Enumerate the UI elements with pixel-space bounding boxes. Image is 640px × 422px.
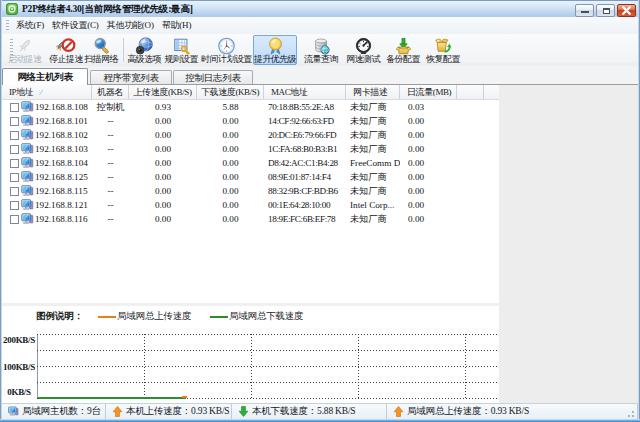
app-logo-icon [6, 3, 18, 15]
toolbar-button-clock[interactable]: 时间计划设置 [199, 35, 254, 65]
mac-text: 00:1E:64:28:10:00 [268, 200, 330, 210]
cell-ip: 192.168.8.104 [2, 156, 92, 170]
vendor-text: 未知厂商 [350, 186, 387, 196]
table-row[interactable]: 192.168.8.116--0.000.0018:9E:FC:6B:EF:78… [2, 212, 499, 226]
upload-text: 0.00 [155, 200, 171, 210]
tab-bar: 网络主机列表程序带宽列表控制日志列表 [2, 66, 638, 84]
column-header-download[interactable]: 下载速度(KB/S) [197, 85, 264, 99]
orange-line-swatch [98, 316, 116, 318]
toolbar-button-medal[interactable]: 提升优先级 [253, 35, 297, 65]
download-text: 0.00 [222, 186, 238, 196]
menu-gripper-handle[interactable] [6, 20, 9, 31]
cell-download: 0.00 [197, 198, 264, 212]
cell-download: 0.00 [197, 142, 264, 156]
gridline-150 [37, 350, 498, 351]
cell-traffic: 0.00 [400, 142, 457, 156]
maximize-button[interactable] [596, 4, 615, 17]
table-row[interactable]: 192.168.8.103--0.000.001C:FA:68:B0:B3:B1… [2, 142, 499, 156]
toolbar-button-label: 扫描网络 [84, 55, 118, 64]
row-checkbox[interactable] [10, 173, 19, 182]
computer-icon [21, 129, 34, 141]
toolbar-button-label: 备份配置 [386, 55, 420, 64]
toolbar: 启动提速停止提速扫描网络高级选项规则设置时间计划设置提升优先级流量查询网速测试备… [2, 34, 638, 66]
cell-name: -- [92, 142, 129, 156]
table-row[interactable]: 192.168.8.115--0.000.0088:32:9B:CF:BD:B6… [2, 184, 499, 198]
mac-text: 08:9E:01:87:14:F4 [268, 172, 331, 182]
cell-vendor: 未知厂商 [346, 142, 400, 156]
download-text: 0.00 [222, 172, 238, 182]
computer-icon [21, 199, 34, 211]
toolbar-button-rocketstop[interactable]: 停止提速 [46, 35, 86, 65]
download-text: 0.00 [222, 130, 238, 140]
toolbar-button-globecamera[interactable]: 高级选项 [126, 35, 162, 65]
column-header-traffic[interactable]: 日流量(MB) [400, 85, 457, 99]
ip-cell-content: 192.168.8.116 [2, 212, 92, 226]
cell-ip: 192.168.8.115 [2, 184, 92, 198]
tab-1[interactable]: 网络主机列表 [2, 68, 88, 85]
traffic-text: 0.03 [408, 102, 424, 112]
column-header-vendor[interactable]: 网卡描述 [346, 85, 400, 99]
download-text: 5.88 [222, 102, 238, 112]
tab-3[interactable]: 控制日志列表 [173, 70, 253, 84]
cell-upload: 0.00 [129, 156, 197, 170]
table-row[interactable]: 192.168.8.121--0.000.0000:1E:64:28:10:00… [2, 198, 499, 212]
table-body: 192.168.8.108控制机0.935.8870:18:8B:55:2E:A… [2, 100, 499, 226]
cell-mac: 18:9E:FC:6B:EF:78 [264, 212, 346, 226]
table-row[interactable]: 192.168.8.102--0.000.0020:DC:E6:79:66:FD… [2, 128, 499, 142]
speedometer-icon [353, 37, 374, 55]
row-checkbox[interactable] [10, 215, 19, 224]
row-checkbox[interactable] [10, 159, 19, 168]
ip-text: 192.168.8.102 [35, 128, 88, 142]
table-row[interactable]: 192.168.8.101--0.000.0014:CF:92:66:63:FD… [2, 114, 499, 128]
name-text: -- [107, 158, 113, 168]
mac-text: 1C:FA:68:B0:B3:B1 [268, 144, 337, 154]
row-checkbox[interactable] [10, 131, 19, 140]
cell-mac: 20:DC:E6:79:66:FD [264, 128, 346, 142]
green-line-swatch [210, 316, 228, 318]
resize-grip-handle[interactable] [625, 408, 635, 418]
column-header-label: 日流量(MB) [407, 87, 451, 97]
app-window: P2P终结者4.30[当前网络管理优先级:最高] 系统(F)软件设置(C)其他功… [0, 0, 640, 422]
toolbar-button-restorebox[interactable]: 恢复配置 [423, 35, 463, 65]
tab-2[interactable]: 程序带宽列表 [90, 70, 172, 84]
row-checkbox[interactable] [10, 187, 19, 196]
ip-text: 192.168.8.121 [35, 198, 88, 212]
toolbar-button-speedometer[interactable]: 网速测试 [343, 35, 383, 65]
upload-text: 0.00 [155, 116, 171, 126]
toolbar-button-rocket[interactable]: 启动提速 [3, 35, 46, 65]
menu-item-1[interactable]: 系统(F) [13, 18, 47, 33]
column-header-mac[interactable]: MAC地址 [264, 85, 346, 99]
toolbar-button-backupbox[interactable]: 备份配置 [383, 35, 423, 65]
gridline-v4 [465, 334, 466, 399]
toolbar-button-tablekey[interactable]: 规则设置 [163, 35, 199, 65]
upload-text: 0.00 [155, 172, 171, 182]
table-row[interactable]: 192.168.8.125--0.000.0008:9E:01:87:14:F4… [2, 170, 499, 184]
toolbar-button-label: 高级选项 [127, 55, 161, 64]
toolbar-button-database[interactable]: 流量查询 [299, 35, 343, 65]
table-row[interactable]: 192.168.8.108控制机0.935.8870:18:8B:55:2E:A… [2, 100, 499, 114]
close-button[interactable] [617, 4, 636, 17]
ip-text: 192.168.8.103 [35, 142, 88, 156]
menu-item-2[interactable]: 软件设置(C) [49, 18, 102, 33]
row-checkbox[interactable] [10, 201, 19, 210]
title-bar[interactable]: P2P终结者4.30[当前网络管理优先级:最高] [0, 0, 640, 17]
minimize-button[interactable] [575, 4, 594, 17]
table-row[interactable]: 192.168.8.104--0.000.00D8:42:AC:C1:B4:28… [2, 156, 499, 170]
row-checkbox[interactable] [10, 103, 19, 112]
y-tick-100: 100KB/S [2, 362, 36, 372]
toolbar-button-magnifier[interactable]: 扫描网络 [83, 35, 119, 65]
menu-item-3[interactable]: 其他功能(O) [104, 18, 157, 33]
row-checkbox[interactable] [10, 117, 19, 126]
row-checkbox[interactable] [10, 145, 19, 154]
menu-item-4[interactable]: 帮助(H) [159, 18, 195, 33]
name-text: -- [107, 144, 113, 154]
column-header-upload[interactable]: 上传速度(KB/S) [129, 85, 197, 99]
cell-name: -- [92, 212, 129, 226]
column-header-name[interactable]: 机器名 [92, 85, 129, 99]
gridline-v3 [358, 334, 359, 399]
column-header-ip[interactable]: IP地址∕ [2, 85, 92, 99]
content-top-border [2, 84, 638, 85]
ip-cell-content: 192.168.8.108 [2, 100, 92, 114]
download-text: 0.00 [222, 116, 238, 126]
cell-upload: 0.93 [129, 100, 197, 114]
